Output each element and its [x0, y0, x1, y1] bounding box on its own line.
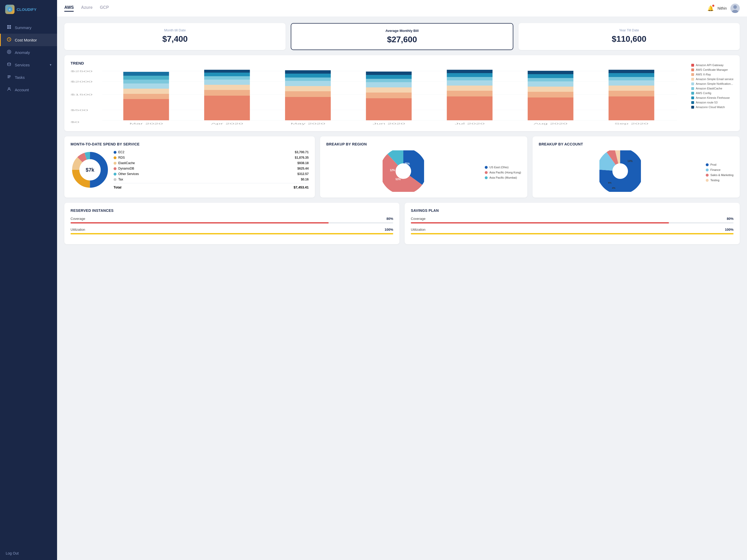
- sidebar-item-label: Cost Monitor: [15, 38, 37, 42]
- card-value: $27,600: [299, 35, 505, 44]
- svg-text:$1500: $1500: [71, 93, 93, 96]
- legend-item: Amazon route 53: [691, 101, 734, 104]
- svg-rect-75: [609, 70, 654, 73]
- svg-text:35%: 35%: [405, 162, 410, 165]
- mtd-total: Total $7,453.41: [113, 183, 309, 189]
- svg-rect-45: [285, 78, 331, 81]
- sidebar-item-tasks[interactable]: Tasks: [0, 71, 57, 83]
- trend-legend: Amazon API Gateway AWS Certificate Manag…: [691, 61, 734, 126]
- user-name: Nithin: [717, 6, 727, 10]
- logo-text: CLOUDIFY: [17, 7, 36, 12]
- region-row: Asia Pacific (Mumbai): [485, 176, 521, 179]
- svg-rect-28: [123, 94, 169, 99]
- account-pie: 76% 14% 6% 4%: [599, 150, 641, 192]
- svg-rect-47: [285, 70, 331, 74]
- svg-rect-74: [609, 73, 654, 77]
- donut-center-label: $7k: [85, 167, 94, 173]
- svg-rect-37: [204, 80, 250, 85]
- tab-gcp[interactable]: GCP: [100, 5, 109, 12]
- tasks-icon: [6, 75, 12, 80]
- card-label: Year Till Date: [526, 28, 732, 32]
- utilization-fill: [71, 233, 393, 234]
- svg-text:$2500: $2500: [71, 70, 93, 73]
- sp-coverage-bar: [411, 222, 733, 223]
- breakup-account-panel: BREAKUP BY ACCOUNT 76% 14% 6%: [533, 136, 740, 197]
- svg-text:Sep 2020: Sep 2020: [615, 123, 648, 125]
- card-value: $7,400: [72, 34, 278, 44]
- rs-row: RESERVED INSTANCES Coverage 80% Utilizat…: [64, 203, 740, 244]
- page-content: Month till Date $7,400 Average Monthly B…: [57, 17, 747, 250]
- sidebar-item-services[interactable]: Services ▾: [0, 59, 57, 71]
- legend-item: AWS Config: [691, 91, 734, 95]
- svg-rect-56: [447, 91, 493, 97]
- mtd-row: DynamoDB $625.44: [113, 167, 309, 170]
- coverage-progress-bar: [71, 222, 393, 223]
- breakup-region-panel: BREAKUP BY REGION 35% 53% 12%: [320, 136, 527, 197]
- svg-rect-66: [527, 78, 573, 81]
- svg-rect-49: [366, 92, 412, 98]
- mtd-inner: $7k EC2 $3,700.71 RDS $1,876.35 ElastiCa…: [71, 150, 309, 189]
- savings-plan-panel: SAVINGS PLAN Coverage 80% Utilization 10…: [405, 203, 740, 244]
- svg-point-7: [7, 50, 11, 54]
- svg-rect-12: [7, 78, 9, 78]
- sp-coverage: Coverage 80%: [411, 217, 733, 223]
- svg-rect-33: [123, 72, 169, 76]
- svg-rect-27: [123, 99, 169, 120]
- mtd-row: EC2 $3,700.71: [113, 150, 309, 154]
- svg-text:$2000: $2000: [71, 80, 93, 83]
- svg-rect-71: [609, 85, 654, 91]
- svg-text:Apr 2020: Apr 2020: [211, 123, 243, 125]
- legend-row: Testing: [706, 179, 733, 182]
- legend-item: Amazon ElastiCache: [691, 87, 734, 90]
- summary-cards: Month till Date $7,400 Average Monthly B…: [64, 23, 740, 50]
- sidebar-item-summary[interactable]: Summary: [0, 21, 57, 34]
- sidebar-item-cost-monitor[interactable]: Cost Monitor: [0, 34, 57, 46]
- header: AWS Azure GCP 🔔 Nithin: [57, 0, 747, 17]
- svg-point-9: [7, 63, 10, 64]
- utilization-progress-bar: [71, 233, 393, 234]
- ri-coverage: Coverage 80%: [71, 217, 393, 223]
- sp-utilization-fill: [411, 233, 733, 234]
- svg-text:76%: 76%: [617, 170, 623, 174]
- svg-rect-70: [609, 91, 654, 97]
- legend-row: Prod: [706, 163, 733, 166]
- mtd-row: Tax $0.16: [113, 178, 309, 181]
- sidebar-item-account[interactable]: Account: [0, 83, 57, 96]
- card-year-till-date: Year Till Date $110,600: [518, 23, 740, 50]
- svg-rect-43: [285, 86, 331, 91]
- svg-rect-32: [123, 76, 169, 80]
- sidebar-item-label: Services: [15, 63, 30, 67]
- svg-rect-34: [204, 96, 250, 120]
- card-value: $110,600: [526, 34, 732, 44]
- svg-text:12%: 12%: [390, 169, 395, 171]
- legend-item: Amazon Simple Email service: [691, 78, 734, 81]
- sidebar-item-label: Tasks: [15, 75, 25, 80]
- ri-title: RESERVED INSTANCES: [71, 209, 393, 213]
- svg-rect-46: [285, 74, 331, 78]
- svg-text:Jul 2020: Jul 2020: [455, 123, 485, 125]
- tab-aws[interactable]: AWS: [64, 5, 74, 12]
- notification-icon[interactable]: 🔔: [707, 5, 714, 11]
- svg-text:Mar 2020: Mar 2020: [129, 123, 163, 125]
- sidebar-item-anomaly[interactable]: Anomaly: [0, 46, 57, 59]
- region-title: BREAKUP BY REGION: [326, 142, 521, 146]
- svg-rect-41: [285, 97, 331, 120]
- region-row: US East (Ohio): [485, 166, 521, 169]
- svg-rect-50: [366, 87, 412, 92]
- card-avg-monthly: Average Monthly Bill $27,600: [291, 23, 513, 50]
- tab-azure[interactable]: Azure: [81, 5, 92, 12]
- svg-text:May 2020: May 2020: [290, 123, 325, 125]
- region-row: Asia Pacific (Hong Kong): [485, 171, 521, 174]
- svg-rect-51: [366, 82, 412, 87]
- svg-rect-42: [285, 91, 331, 97]
- sp-utilization: Utilization 100%: [411, 228, 733, 234]
- svg-rect-59: [447, 77, 493, 80]
- svg-text:6%: 6%: [608, 182, 611, 184]
- svg-rect-54: [366, 72, 412, 75]
- logout-button[interactable]: Log Out: [0, 546, 57, 560]
- region-legend: US East (Ohio) Asia Pacific (Hong Kong) …: [485, 166, 521, 179]
- svg-rect-60: [447, 73, 493, 77]
- mtd-legend: EC2 $3,700.71 RDS $1,876.35 ElastiCache …: [113, 150, 309, 189]
- cloud-tabs: AWS Azure GCP: [64, 5, 109, 12]
- trend-title: TREND: [71, 61, 686, 65]
